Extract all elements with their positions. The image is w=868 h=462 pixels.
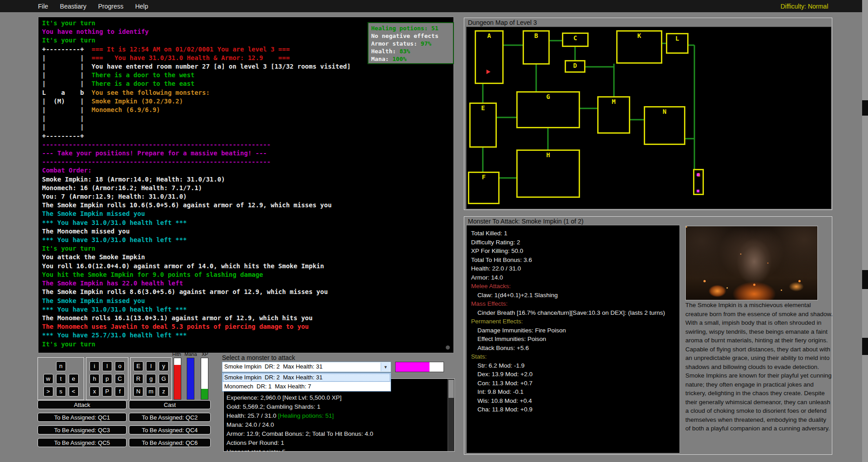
edge-mark <box>862 100 868 116</box>
scrollbar-thumb[interactable] <box>448 380 454 398</box>
cast-button[interactable]: Cast <box>129 400 211 409</box>
room-label: L <box>675 35 679 42</box>
key-f[interactable]: f <box>115 387 125 397</box>
key-p[interactable]: p <box>102 374 112 384</box>
map-room-L[interactable]: L <box>666 33 689 54</box>
monster-image <box>685 226 818 300</box>
menu-item-beastiary[interactable]: Beastiary <box>60 3 86 10</box>
health-bar <box>174 358 181 400</box>
map-room-F[interactable]: F <box>468 172 500 204</box>
key-g[interactable]: g <box>146 374 156 384</box>
map-room-K[interactable]: K <box>616 30 662 64</box>
key-n[interactable]: n <box>56 361 66 371</box>
monster-stats-lines: Total Killed: 1Difficulty Rating: 2XP Fo… <box>471 229 677 414</box>
monster-option-1[interactable]: Smoke Impkin DR: 2 Max Health: 31 <box>222 373 391 382</box>
map-room-B[interactable]: B <box>523 30 550 65</box>
monster-stat-line: Claw: 1(d4+0.1)+2.1 Slashing <box>471 291 677 300</box>
qc-button-2[interactable]: To Be Assigned: QC2 <box>129 413 211 422</box>
map-room-G[interactable]: G <box>516 91 580 128</box>
key-s[interactable]: s <box>56 387 66 397</box>
key-z[interactable]: z <box>159 387 169 397</box>
menu-item-help[interactable]: Help <box>135 3 148 10</box>
key-x[interactable]: x <box>90 387 99 397</box>
log-line: You attack the Smoke Impkin <box>42 253 450 261</box>
log-line: The Smoke Impkin missed you <box>42 210 450 218</box>
map-room-M[interactable]: M <box>597 96 630 134</box>
text-segment: Armor: 12.9; Combat Bonus: 2; Total To H… <box>226 430 373 437</box>
monster-health-bar-fill <box>396 362 429 372</box>
log-line: The Monomech uses Javelin to deal 5.3 po… <box>42 322 450 331</box>
mana-bar-fill <box>187 358 194 399</box>
key-m[interactable]: m <box>146 387 156 397</box>
key-e[interactable]: e <box>69 374 79 384</box>
qc-button-5[interactable]: To Be Assigned: QC5 <box>38 438 127 447</box>
text-segment: | | <box>42 123 84 131</box>
monster-stats-box: Total Killed: 1Difficulty Rating: 2XP Fo… <box>466 225 680 453</box>
key-<[interactable]: < <box>69 387 79 397</box>
status-overlay-lines: Healing potions: 51No negative effectsAr… <box>371 24 450 63</box>
monster-stat-line: Attack Bonus: +5.6 <box>471 344 677 353</box>
log-line: | | Monomech (6.9/6.9) <box>42 106 450 114</box>
text-segment: | | <box>42 54 92 61</box>
player-stat-line: Armor: 12.9; Combat Bonus: 2; Total To H… <box>226 429 446 439</box>
map-room-A[interactable]: A <box>475 30 504 84</box>
key-N[interactable]: N <box>133 387 143 397</box>
qc-button-1[interactable]: To Be Assigned: QC1 <box>38 413 127 422</box>
map-room-E[interactable]: E <box>469 103 497 148</box>
key-i[interactable]: i <box>90 361 99 371</box>
monster-stat-line: Health: 22.0 / 31.0 <box>471 264 677 273</box>
monster-stat-line: Cha: 11.8 Mod: +0.9 <box>471 405 677 414</box>
player-stat-line: Health: 25.7 / 31.0 [Healing potions: 51… <box>226 411 446 420</box>
room-label: B <box>534 33 538 39</box>
dungeon-map-title: Dungeon Map of Level 3 <box>468 19 537 26</box>
player-stat-line: Gold: 5,569.2; Gambling Shards: 1 <box>226 402 446 411</box>
log-line: It's your turn <box>42 244 450 253</box>
attack-button[interactable]: Attack <box>38 400 127 409</box>
key-R[interactable]: R <box>133 374 143 384</box>
key-y[interactable]: y <box>159 361 169 371</box>
log-line: L a b You see the following monsters: <box>42 89 450 97</box>
map-room-N[interactable]: N <box>644 106 685 145</box>
log-line: *** You have 31.0/31.0 health left *** <box>42 219 450 227</box>
key-C[interactable]: C <box>115 374 125 384</box>
menu-item-progress[interactable]: Progress <box>98 3 123 10</box>
monster-stat-line: Mass Effects: <box>471 299 677 308</box>
key-w[interactable]: w <box>43 374 53 384</box>
map-room-D[interactable]: D <box>565 60 585 73</box>
key-t[interactable]: t <box>56 374 66 384</box>
text-segment: Combat Order: <box>42 167 92 174</box>
key-E[interactable]: E <box>133 361 143 371</box>
monster-option-2[interactable]: Monomech DR: 1 Max Health: 7 <box>222 382 391 391</box>
map-room-H[interactable]: H <box>516 149 580 198</box>
key-P[interactable]: P <box>102 387 112 397</box>
qc-button-4[interactable]: To Be Assigned: QC4 <box>129 425 211 434</box>
log-line: *** You have 25.7/31.0 health left *** <box>42 331 450 340</box>
menu-item-file[interactable]: File <box>38 3 48 10</box>
log-line: You roll 16.0(12.0+4.0) against armor of… <box>42 262 450 271</box>
menu-items: FileBeastiaryProgressHelp <box>0 3 148 10</box>
map-room-C[interactable]: C <box>562 33 589 47</box>
key-h[interactable]: h <box>90 374 99 384</box>
resize-grip[interactable] <box>446 345 450 350</box>
key-I[interactable]: I <box>146 361 156 371</box>
text-segment: *** You have 31.0/31.0 health left *** <box>42 236 187 243</box>
qc-button-3[interactable]: To Be Assigned: QC3 <box>38 425 127 434</box>
scrollbar[interactable] <box>448 379 454 451</box>
monster-stat-line: Damage Immunities: Fire Poison <box>471 326 677 335</box>
item-dot <box>697 173 699 176</box>
qc-button-6[interactable]: To Be Assigned: QC6 <box>129 438 211 447</box>
monster-stat-line: Dex: 13.9 Mod: +2.0 <box>471 370 677 379</box>
monster-stat-line: Melee Attacks: <box>471 282 677 291</box>
monster-select-combobox[interactable]: Smoke Impkin DR: 2 Max Health: 31 ▼ <box>222 362 391 372</box>
room-label: G <box>546 93 550 100</box>
key->[interactable]: > <box>43 387 53 397</box>
text-segment: +---------+ <box>42 46 92 53</box>
text-segment: L a b <box>42 89 92 96</box>
text-segment: The Smoke Impkin has 22.0 health left <box>42 280 183 287</box>
key-o[interactable]: o <box>115 361 125 371</box>
dungeon-map-panel: Dungeon Map of Level 3 ABCDKLEGMNHFa <box>464 18 832 210</box>
text-segment: Mana: <box>371 56 392 62</box>
key-l[interactable]: l <box>102 361 112 371</box>
key-G[interactable]: G <box>159 374 169 384</box>
chevron-down-icon[interactable]: ▼ <box>381 363 390 371</box>
